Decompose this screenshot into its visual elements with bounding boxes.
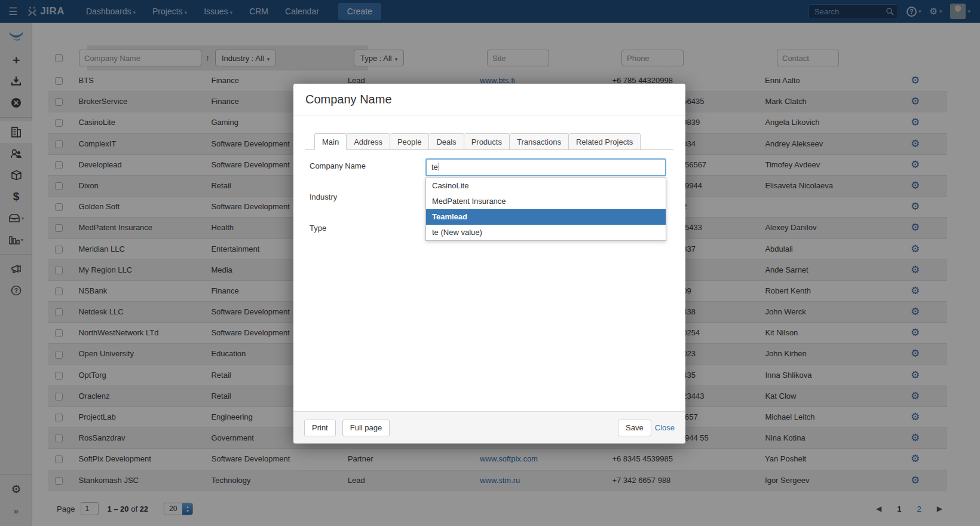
dropdown-option-new-value[interactable]: te (New value) xyxy=(426,225,666,240)
text-cursor xyxy=(439,163,439,171)
company-name-label: Company Name xyxy=(310,161,366,170)
print-button[interactable]: Print xyxy=(304,420,336,436)
tab-transactions[interactable]: Transactions xyxy=(510,133,569,150)
type-label: Type xyxy=(310,224,326,233)
autocomplete-dropdown: CasinoLite MedPatent Insurance Teamlead … xyxy=(425,178,666,241)
tab-products[interactable]: Products xyxy=(464,133,510,150)
tab-people[interactable]: People xyxy=(390,133,429,150)
dialog-tabs: Main Address People Deals Products Trans… xyxy=(305,133,673,150)
close-link[interactable]: Close xyxy=(655,423,675,432)
tab-main[interactable]: Main xyxy=(314,133,347,150)
tab-deals[interactable]: Deals xyxy=(429,133,464,150)
save-button[interactable]: Save xyxy=(618,420,651,436)
dialog-title: Company Name xyxy=(305,93,673,106)
company-dialog: Company Name Main Address People Deals P… xyxy=(293,84,685,444)
dialog-footer: Print Full page Save Close xyxy=(293,411,685,444)
dropdown-option-teamlead[interactable]: Teamlead xyxy=(426,209,666,225)
company-name-input[interactable]: te xyxy=(425,158,666,176)
tab-address[interactable]: Address xyxy=(347,133,390,150)
dialog-header: Company Name xyxy=(293,84,685,115)
tab-related-projects[interactable]: Related Projects xyxy=(569,133,641,150)
dropdown-option-medpatent[interactable]: MedPatent Insurance xyxy=(426,194,666,209)
industry-label: Industry xyxy=(310,192,337,201)
dropdown-option-casinolite[interactable]: CasinoLite xyxy=(426,178,666,194)
full-page-button[interactable]: Full page xyxy=(342,420,390,436)
